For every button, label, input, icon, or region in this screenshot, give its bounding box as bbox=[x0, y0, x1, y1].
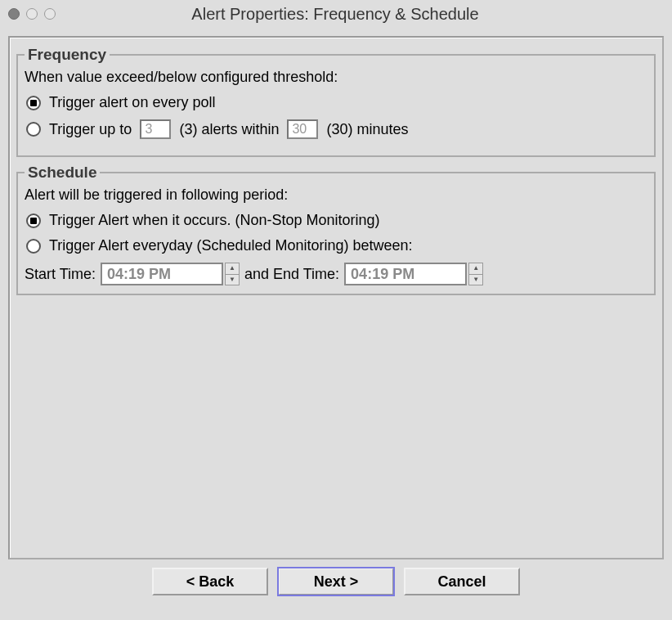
back-button[interactable]: < Back bbox=[152, 568, 268, 595]
radio-icon[interactable] bbox=[26, 122, 41, 137]
end-time-input[interactable] bbox=[344, 263, 467, 285]
window-title: Alert Properties: Frequency & Schedule bbox=[7, 5, 664, 24]
frequency-legend: Frequency bbox=[25, 46, 110, 64]
chevron-up-icon[interactable]: ▲ bbox=[225, 263, 240, 275]
radio-icon[interactable] bbox=[26, 239, 41, 254]
minutes-input[interactable] bbox=[287, 119, 318, 139]
start-time-spin-buttons: ▲ ▼ bbox=[225, 263, 240, 285]
start-time-label: Start Time: bbox=[25, 266, 96, 283]
start-time-input[interactable] bbox=[101, 263, 223, 285]
end-time-spin-buttons: ▲ ▼ bbox=[468, 263, 483, 285]
minutes-hint: (30) minutes bbox=[326, 121, 408, 138]
radio-scheduled-row[interactable]: Trigger Alert everyday (Scheduled Monito… bbox=[26, 237, 646, 254]
schedule-legend: Schedule bbox=[25, 164, 100, 182]
end-time-label: and End Time: bbox=[244, 266, 339, 283]
radio-up-to-row[interactable]: Trigger up to (3) alerts within (30) min… bbox=[26, 119, 646, 139]
next-button[interactable]: Next > bbox=[278, 568, 394, 595]
radio-nonstop-label: Trigger Alert when it occurs. (Non-Stop … bbox=[49, 212, 380, 229]
radio-nonstop-row[interactable]: Trigger Alert when it occurs. (Non-Stop … bbox=[26, 212, 646, 229]
radio-icon[interactable] bbox=[26, 213, 41, 228]
radio-every-poll-label: Trigger alert on every poll bbox=[49, 94, 215, 111]
time-range-row: Start Time: ▲ ▼ and End Time: ▲ ▼ bbox=[25, 263, 647, 285]
start-time-spinner[interactable]: ▲ ▼ bbox=[101, 263, 240, 285]
schedule-group: Schedule Alert will be triggered in foll… bbox=[16, 164, 656, 295]
frequency-description: When value exceed/below configured thres… bbox=[25, 69, 647, 86]
cancel-button[interactable]: Cancel bbox=[404, 568, 520, 595]
dialog-content: Frequency When value exceed/below config… bbox=[8, 36, 664, 559]
chevron-up-icon[interactable]: ▲ bbox=[468, 263, 483, 275]
titlebar: Alert Properties: Frequency & Schedule bbox=[0, 0, 672, 28]
radio-scheduled-label: Trigger Alert everyday (Scheduled Monito… bbox=[49, 237, 413, 254]
chevron-down-icon[interactable]: ▼ bbox=[225, 275, 240, 286]
frequency-group: Frequency When value exceed/below config… bbox=[16, 46, 656, 157]
chevron-down-icon[interactable]: ▼ bbox=[468, 275, 483, 286]
radio-up-to-prefix: Trigger up to bbox=[49, 121, 132, 138]
radio-every-poll-row[interactable]: Trigger alert on every poll bbox=[26, 94, 646, 111]
alerts-count-hint: (3) alerts within bbox=[179, 121, 279, 138]
wizard-buttons: < Back Next > Cancel bbox=[0, 568, 672, 595]
schedule-description: Alert will be triggered in following per… bbox=[25, 186, 647, 204]
alerts-count-input[interactable] bbox=[140, 119, 171, 139]
end-time-spinner[interactable]: ▲ ▼ bbox=[344, 263, 483, 285]
radio-icon[interactable] bbox=[26, 96, 41, 110]
